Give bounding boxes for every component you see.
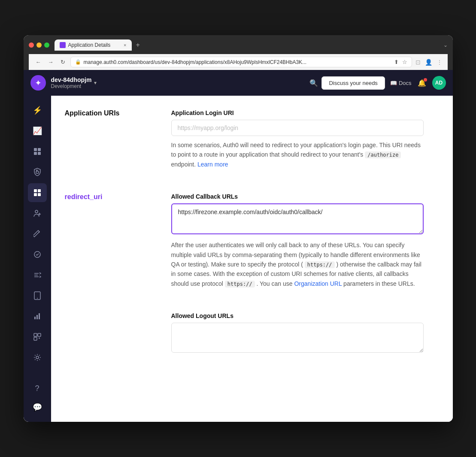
svg-rect-17: [34, 337, 37, 340]
section-label-application-uris: Application URIs: [65, 109, 151, 179]
tenant-selector[interactable]: dev-84dhopjm Development ▾: [51, 76, 97, 89]
callback-urls-description: After the user authenticates we will onl…: [171, 240, 424, 288]
login-uri-input[interactable]: [171, 120, 424, 136]
logout-urls-section: Allowed Logout URLs: [65, 312, 424, 365]
search-button[interactable]: 🔍: [309, 79, 318, 87]
traffic-light-green[interactable]: [44, 42, 49, 48]
app-logo[interactable]: ✦: [30, 75, 46, 91]
svg-rect-1: [38, 148, 41, 151]
more-options-icon[interactable]: ⋮: [437, 59, 443, 66]
callback-urls-label: Allowed Callback URLs: [171, 193, 424, 200]
user-avatar[interactable]: AD: [432, 76, 446, 90]
svg-rect-7: [34, 193, 37, 196]
svg-rect-5: [34, 189, 37, 192]
svg-rect-3: [38, 152, 41, 155]
tenant-name: dev-84dhopjm: [51, 76, 92, 83]
bookmark-icon[interactable]: ☆: [402, 59, 407, 65]
sidebar-item-users[interactable]: [28, 204, 47, 223]
sidebar-item-auth-pipeline[interactable]: [28, 142, 47, 161]
svg-rect-14: [39, 313, 40, 319]
learn-more-link[interactable]: Learn more: [197, 161, 228, 168]
tab-title: Application Details: [68, 42, 111, 48]
login-uri-label: Application Login URI: [171, 109, 424, 116]
https-code-1: https://: [305, 261, 335, 268]
sidebar: ⚡ 📈: [24, 96, 51, 422]
svg-point-11: [37, 298, 38, 299]
sidebar-item-security[interactable]: [28, 163, 47, 182]
svg-rect-12: [34, 317, 36, 319]
traffic-light-red[interactable]: [29, 42, 34, 48]
docs-label: Docs: [399, 80, 412, 86]
sidebar-item-analytics[interactable]: 📈: [28, 121, 47, 140]
svg-rect-13: [36, 315, 38, 319]
callback-urls-section: redirect_uri Allowed Callback URLs https…: [65, 193, 424, 299]
callback-urls-input[interactable]: https://firezone.example.com/auth/oidc/a…: [171, 203, 424, 234]
logout-urls-group: Allowed Logout URLs: [171, 312, 424, 354]
tab-close-button[interactable]: ×: [124, 42, 126, 48]
discuss-needs-button[interactable]: Discuss your needs: [321, 76, 385, 90]
docs-icon: 📖: [390, 80, 397, 86]
sidebar-item-feedback[interactable]: 💬: [28, 398, 47, 417]
refresh-button[interactable]: ↻: [59, 58, 67, 66]
new-tab-button[interactable]: +: [133, 39, 143, 51]
login-uri-description: In some scenarios, Auth0 will need to re…: [171, 140, 424, 169]
svg-rect-0: [34, 148, 37, 151]
tab-expand-icon: ⌄: [443, 42, 448, 48]
ssl-lock-icon: 🔒: [75, 59, 81, 65]
profile-icon[interactable]: 👤: [425, 59, 432, 66]
sidebar-item-extensions[interactable]: [28, 327, 47, 346]
sidebar-item-auth-flow[interactable]: [28, 266, 47, 284]
forward-button[interactable]: →: [46, 58, 55, 66]
sidebar-item-applications[interactable]: [28, 183, 47, 202]
tenant-chevron-icon: ▾: [94, 80, 97, 86]
content-area: Application URIs Application Login URI I…: [51, 96, 453, 422]
sidebar-item-phone[interactable]: [28, 286, 47, 305]
svg-rect-4: [36, 171, 39, 173]
svg-point-18: [36, 356, 39, 359]
callback-fields: Allowed Callback URLs https://firezone.e…: [171, 193, 424, 299]
sidebar-item-actions[interactable]: [28, 245, 47, 264]
svg-rect-16: [38, 333, 41, 336]
notification-badge: [424, 78, 427, 82]
sidebar-item-reports[interactable]: [28, 307, 47, 326]
tab-favicon-icon: [60, 42, 66, 48]
traffic-light-yellow[interactable]: [36, 42, 42, 48]
top-nav: ✦ dev-84dhopjm Development ▾ 🔍 Discuss y…: [24, 70, 453, 96]
back-button[interactable]: ←: [34, 58, 43, 66]
logout-urls-section-label: [65, 312, 151, 365]
logout-urls-label: Allowed Logout URLs: [171, 312, 424, 319]
logo-icon: ✦: [35, 79, 41, 87]
share-icon[interactable]: ⬆: [394, 59, 399, 65]
svg-rect-8: [38, 193, 41, 196]
section-fields: Application Login URI In some scenarios,…: [171, 109, 424, 179]
sidebar-item-settings[interactable]: [28, 348, 47, 367]
application-uris-section: Application URIs Application Login URI I…: [65, 109, 424, 179]
sidebar-item-activity[interactable]: ⚡: [28, 101, 47, 120]
tenant-env: Development: [51, 83, 92, 89]
reader-mode-icon[interactable]: ⊡: [415, 59, 421, 66]
redirect-uri-label: redirect_uri: [65, 193, 151, 299]
svg-rect-15: [34, 333, 37, 336]
svg-rect-2: [34, 152, 37, 155]
notifications-button[interactable]: 🔔: [418, 79, 426, 87]
logout-urls-input[interactable]: [171, 323, 424, 353]
authorize-code: /authorize: [365, 151, 401, 158]
docs-link[interactable]: 📖 Docs: [390, 80, 412, 86]
svg-point-9: [35, 210, 38, 213]
svg-rect-6: [38, 189, 41, 192]
organization-url-link[interactable]: Organization URL: [294, 280, 342, 287]
sidebar-item-branding[interactable]: [28, 224, 47, 243]
browser-tab[interactable]: Application Details ×: [55, 39, 132, 51]
address-url: manage.auth0.com/dashboard/us/dev-84dhop…: [84, 59, 391, 65]
callback-urls-group: Allowed Callback URLs https://firezone.e…: [171, 193, 424, 288]
logout-fields: Allowed Logout URLs: [171, 312, 424, 365]
sidebar-item-help[interactable]: ?: [28, 379, 47, 398]
address-bar[interactable]: 🔒 manage.auth0.com/dashboard/us/dev-84dh…: [70, 57, 412, 67]
login-uri-group: Application Login URI In some scenarios,…: [171, 109, 424, 169]
https-code-2: https://: [225, 281, 255, 288]
